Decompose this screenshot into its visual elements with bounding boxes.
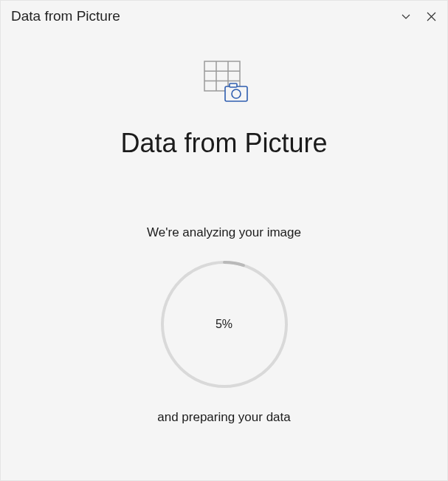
collapse-button[interactable] xyxy=(400,10,412,22)
status-line-bottom: and preparing your data xyxy=(157,410,291,425)
svg-rect-5 xyxy=(225,86,247,101)
grid-camera-icon xyxy=(199,60,250,104)
pane-title: Data from Picture xyxy=(11,8,120,24)
content-area: Data from Picture We're analyzing your i… xyxy=(1,30,447,444)
page-heading: Data from Picture xyxy=(120,128,327,159)
close-icon xyxy=(427,12,436,21)
progress-ring: 5% xyxy=(159,259,289,389)
svg-rect-6 xyxy=(230,83,237,87)
titlebar-controls xyxy=(400,10,437,22)
close-button[interactable] xyxy=(425,10,437,22)
status-line-top: We're analyzing your image xyxy=(147,225,301,240)
titlebar: Data from Picture xyxy=(1,1,447,30)
chevron-down-icon xyxy=(401,11,411,21)
hero-icon-wrap xyxy=(199,60,250,104)
progress-label: 5% xyxy=(216,318,232,331)
